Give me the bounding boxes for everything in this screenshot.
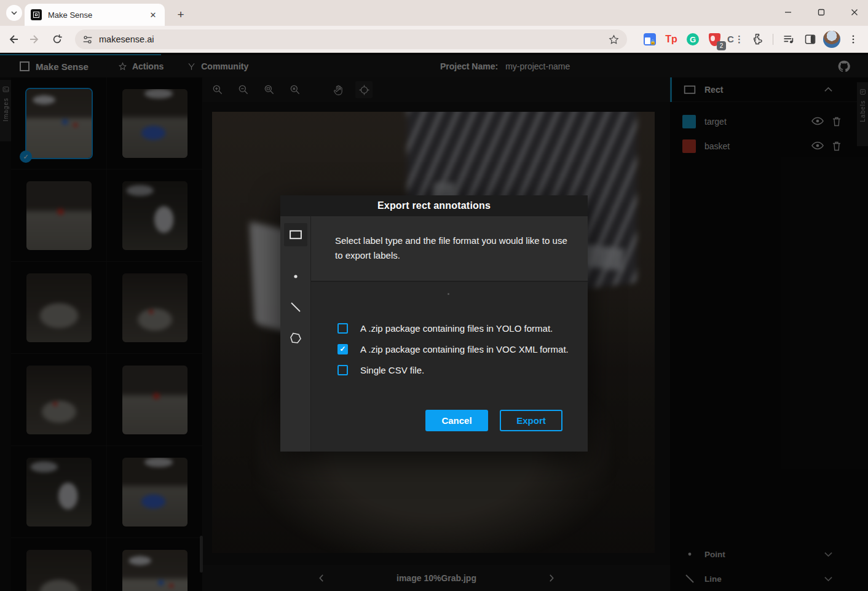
checkbox-icon [337, 344, 348, 354]
polygon-type-button[interactable] [284, 326, 307, 350]
dialog-title: Export rect annotations [377, 200, 491, 211]
screen: Make Sense ✕ + makesense.ai Tp G [0, 0, 868, 591]
checkbox-icon [337, 365, 348, 375]
extensions-row: Tp G 2 C⋮ [641, 29, 862, 49]
extensions-puzzle-icon[interactable] [749, 31, 766, 48]
tab-title: Make Sense [48, 10, 148, 20]
tab-close-icon[interactable]: ✕ [148, 9, 159, 20]
profile-avatar[interactable] [823, 31, 840, 48]
export-dialog: Export rect annotations Select label typ… [280, 195, 588, 452]
cancel-button[interactable]: Cancel [425, 410, 488, 431]
media-playlist-icon[interactable] [780, 31, 797, 48]
rect-icon [289, 230, 302, 240]
maximize-icon[interactable] [813, 4, 830, 21]
browser-tab[interactable]: Make Sense ✕ [25, 4, 165, 26]
dialog-footer: Cancel Export [311, 400, 588, 452]
url-text: makesense.ai [99, 34, 608, 44]
dialog-description-section: Select label type and the file format yo… [311, 216, 588, 282]
grammarly-extension-icon[interactable]: G [684, 31, 701, 48]
tab-strip: Make Sense ✕ + [0, 0, 868, 26]
browser-toolbar: makesense.ai Tp G 2 C⋮ [0, 26, 868, 53]
browser-chrome: Make Sense ✕ + makesense.ai Tp G [0, 0, 868, 53]
loader-dot [448, 293, 449, 295]
close-icon[interactable] [846, 4, 863, 21]
option-label: A .zip package containing files in YOLO … [360, 323, 553, 334]
colorzilla-extension-icon[interactable]: C⋮ [727, 31, 744, 48]
option-voc-xml[interactable]: A .zip package containing files in VOC X… [337, 343, 569, 355]
option-csv[interactable]: Single CSV file. [337, 364, 424, 376]
reload-icon[interactable] [48, 30, 66, 49]
dialog-header: Export rect annotations [280, 195, 588, 216]
toolbar-separator [773, 34, 773, 45]
adblock-extension-icon[interactable]: 2 [706, 31, 723, 48]
password-manager-extension-icon[interactable] [641, 31, 658, 48]
rect-type-button[interactable] [284, 223, 307, 246]
back-icon[interactable] [4, 30, 22, 49]
option-label: A .zip package containing files in VOC X… [360, 344, 569, 354]
line-type-button[interactable] [284, 296, 307, 319]
adblock-badge: 2 [717, 41, 726, 50]
point-type-button[interactable] [284, 265, 307, 288]
export-button[interactable]: Export [500, 410, 562, 431]
side-panel-icon[interactable] [802, 31, 819, 48]
makesense-favicon-icon [31, 9, 42, 20]
line-icon [290, 301, 302, 313]
forward-icon[interactable] [26, 30, 44, 49]
polygon-icon [289, 331, 302, 345]
bookmark-star-icon[interactable] [608, 34, 620, 45]
browser-menu-icon[interactable] [845, 31, 862, 48]
window-controls [779, 4, 863, 21]
checkbox-icon [337, 323, 348, 334]
tab-search-button[interactable] [6, 5, 22, 21]
site-info-icon[interactable] [82, 34, 93, 45]
makesense-app: Make Sense Actions Community Project Nam… [0, 53, 868, 591]
option-yolo[interactable]: A .zip package containing files in YOLO … [337, 322, 553, 334]
minimize-icon[interactable] [779, 4, 797, 21]
tp-extension-icon[interactable]: Tp [663, 31, 680, 48]
address-bar[interactable]: makesense.ai [75, 29, 627, 49]
option-label: Single CSV file. [360, 365, 424, 375]
chevron-down-icon [10, 9, 18, 17]
new-tab-button[interactable]: + [172, 6, 189, 23]
dialog-description: Select label type and the file format yo… [335, 233, 569, 263]
point-icon [293, 274, 298, 279]
label-type-rail [280, 216, 311, 452]
